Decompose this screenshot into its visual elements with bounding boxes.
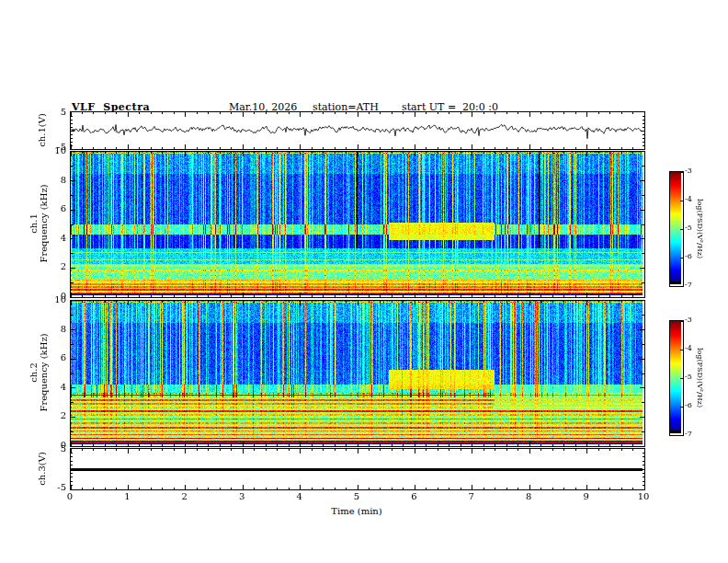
tick-mark [197,301,198,303]
tick-mark [174,488,175,489]
tick-mark [518,449,518,451]
tick-mark [358,449,358,454]
tick-mark [641,131,644,132]
tick-mark [254,112,255,114]
tick-mark [472,112,472,117]
tick-mark [403,301,404,303]
tick-mark [642,344,644,345]
tick-mark [529,293,530,297]
tick-mark [323,488,324,489]
tick-mark [185,442,186,446]
tick-mark [369,488,370,489]
tick-mark [483,147,484,149]
tick-mark [640,387,644,388]
tick-mark [289,301,290,303]
tick-mark [71,465,73,465]
tick-mark [208,488,209,489]
tick-mark [449,488,449,489]
tick-mark [358,301,358,305]
volt-tick-label: 5 [50,444,66,454]
tick-mark [151,488,152,489]
time-tick-label: 2 [176,492,194,501]
tick-mark [128,112,129,117]
tick-mark [151,295,152,297]
time-tick-label: 5 [347,492,366,501]
tick-mark [231,112,232,114]
ch2-channel-label: ch.2 [28,333,39,411]
tick-mark [128,152,129,156]
volt-tick-label: -5 [50,483,66,492]
tick-mark [139,444,140,446]
tick-mark [426,152,427,154]
tick-mark [540,301,541,303]
vlf-spectra-figure: VLF Spectra Mar.10, 2026 station=ATH sta… [0,0,728,563]
tick-mark [495,147,495,149]
tick-mark [426,112,427,114]
tick-mark [552,488,553,489]
tick-mark [71,359,75,360]
tick-mark [174,147,175,149]
tick-mark [323,112,324,114]
tick-mark [518,444,518,446]
tick-mark [266,444,267,446]
tick-mark [449,152,449,154]
tick-mark [335,301,336,303]
tick-mark [540,295,541,297]
tick-mark [128,144,129,149]
tick-mark [71,195,74,196]
tick-mark [335,152,336,154]
tick-mark [598,147,599,149]
tick-mark [552,449,553,451]
tick-mark [438,152,438,154]
colorbar-tick-label: -4 [685,196,703,203]
tick-mark [71,329,75,330]
tick-mark [346,488,347,489]
tick-mark [71,301,72,305]
tick-mark [680,350,683,350]
time-tick-label: 1 [118,492,136,501]
tick-mark [392,295,392,297]
tick-mark [105,147,106,149]
tick-mark [380,488,381,489]
tick-mark [71,166,74,167]
tick-mark [71,152,72,156]
tick-mark [162,112,163,114]
tick-mark [609,112,610,114]
tick-mark [277,449,278,451]
tick-mark [323,301,324,303]
tick-mark [563,152,564,154]
tick-mark [71,461,73,462]
tick-mark [680,172,683,173]
tick-mark [151,449,152,451]
tick-mark [415,152,415,156]
tick-mark [71,120,73,121]
tick-mark [642,253,644,254]
tick-mark [105,152,106,154]
tick-mark [643,127,644,128]
tick-mark [300,144,301,149]
tick-mark [380,152,381,154]
tick-mark [403,488,404,489]
tick-mark [506,449,507,451]
time-tick-label: 3 [233,492,251,501]
tick-mark [563,444,564,446]
tick-mark [529,112,530,117]
tick-mark [243,485,244,489]
tick-mark [208,301,209,303]
tick-mark [472,152,472,156]
tick-mark [335,444,336,446]
tick-mark [680,201,683,201]
tick-mark [162,295,163,297]
tick-mark [220,444,221,446]
colorbar-ch2 [669,320,684,436]
tick-mark [461,295,461,297]
tick-mark [621,152,622,154]
tick-mark [575,112,576,114]
tick-mark [71,238,75,239]
tick-mark [369,444,370,446]
tick-mark [197,152,198,154]
tick-mark [643,116,644,117]
tick-mark [506,295,507,297]
tick-mark [323,444,324,446]
tick-mark [289,112,290,114]
